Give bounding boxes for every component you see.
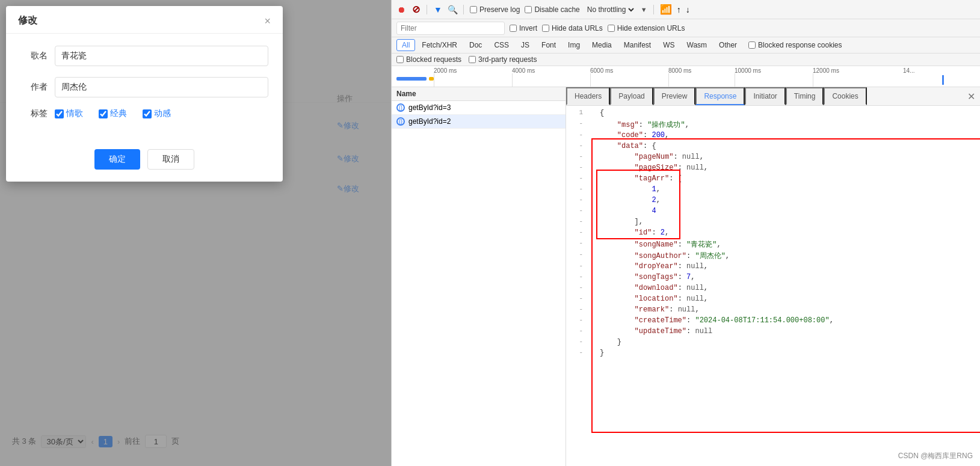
song-name-label: 歌名 — [20, 51, 48, 61]
filter-checkboxes: Blocked requests 3rd-party requests — [392, 54, 980, 66]
response-line-songname: - "songName": "青花瓷", — [566, 239, 980, 250]
hide-data-urls-input[interactable] — [542, 25, 549, 32]
invert-input[interactable] — [510, 25, 517, 32]
response-line-songtags: - "songTags": 7, — [566, 272, 980, 283]
tags-row: 标签 情歌 经典 动感 — [20, 108, 268, 119]
blocked-requests-input[interactable] — [396, 56, 404, 63]
response-line-tagarr-2: - 2, — [566, 195, 980, 206]
response-line-tagarr-4: - 4 — [566, 206, 980, 217]
third-party-checkbox[interactable]: 3rd-party requests — [469, 55, 537, 64]
response-line-tagarr-open: - "tagArr": [ — [566, 174, 980, 185]
tab-doc[interactable]: Doc — [464, 39, 487, 51]
hide-data-urls-checkbox[interactable]: Hide data URLs — [542, 24, 603, 32]
response-line-pagesize: - "pageSize": null, — [566, 163, 980, 174]
hide-ext-urls-checkbox[interactable]: Hide extension URLs — [608, 24, 685, 32]
filter-bar: Invert Hide data URLs Hide extension URL… — [392, 19, 980, 37]
author-label: 作者 — [20, 82, 48, 93]
invert-checkbox[interactable]: Invert — [510, 24, 537, 32]
tag-label-3: 动感 — [154, 108, 171, 119]
disable-cache-checkbox[interactable]: Disable cache — [525, 5, 579, 14]
author-input[interactable] — [55, 77, 268, 97]
watermark: CSDN @梅西库里RNG — [898, 451, 973, 461]
timeline-label-12000: 12000 ms — [813, 67, 839, 74]
dialog-close-button[interactable]: × — [264, 16, 271, 26]
dialog-title: 修改 — [18, 14, 37, 27]
tab-all[interactable]: All — [396, 39, 415, 51]
detail-close-button[interactable]: ✕ — [963, 88, 980, 105]
tab-headers[interactable]: Headers — [566, 87, 610, 105]
tab-wasm[interactable]: Wasm — [682, 39, 713, 51]
tab-payload[interactable]: Payload — [610, 87, 653, 105]
search-icon[interactable]: 🔍 — [448, 5, 457, 14]
edit-dialog: 修改 × 歌名 作者 标签 情歌 经典 — [6, 6, 283, 182]
response-line-tagarr-close: - ], — [566, 217, 980, 228]
tag-checkbox-3[interactable] — [143, 109, 152, 118]
request-label-3: getById?id=3 — [408, 103, 451, 112]
hide-ext-urls-input[interactable] — [608, 25, 615, 32]
request-icon-2: {} — [396, 117, 405, 126]
throttle-arrow-icon: ▼ — [641, 6, 647, 13]
clear-icon[interactable]: ⊘ — [411, 5, 421, 14]
filter-icon[interactable]: ▼ — [433, 5, 443, 14]
tab-response[interactable]: Response — [695, 87, 745, 105]
tab-other[interactable]: Other — [713, 39, 742, 51]
response-line-download: - "download": null, — [566, 283, 980, 294]
wifi-icon: 📶 — [660, 4, 672, 15]
detail-panel: Headers Payload Preview Response Initiat… — [566, 87, 980, 466]
timeline-bar-2 — [429, 77, 434, 81]
tab-media[interactable]: Media — [587, 39, 617, 51]
tab-js[interactable]: JS — [516, 39, 535, 51]
response-line-tagarr-1: - 1, — [566, 185, 980, 195]
tag-label-2: 经典 — [110, 108, 127, 119]
filter-input[interactable] — [396, 22, 505, 35]
song-name-row: 歌名 — [20, 46, 268, 66]
response-line-updatetime: - "updateTime": null — [566, 327, 980, 337]
song-name-input[interactable] — [55, 46, 268, 66]
response-line-location: - "location": null, — [566, 294, 980, 305]
confirm-button[interactable]: 确定 — [94, 149, 140, 170]
request-item-2[interactable]: {} getById?id=2 — [392, 115, 566, 129]
tag-checkbox-1[interactable] — [55, 109, 64, 118]
tab-timing[interactable]: Timing — [786, 87, 824, 105]
tab-font[interactable]: Font — [536, 39, 561, 51]
response-line-createtime: - "createTime": "2024-04-08T17:11:54.000… — [566, 316, 980, 327]
stop-recording-icon[interactable]: ⏺ — [396, 5, 406, 14]
response-line-final-close: - } — [566, 348, 980, 359]
tag-item-1[interactable]: 情歌 — [55, 108, 83, 119]
tag-checkbox-2[interactable] — [99, 109, 108, 118]
tag-item-2[interactable]: 经典 — [99, 108, 127, 119]
tab-css[interactable]: CSS — [488, 39, 514, 51]
tab-manifest[interactable]: Manifest — [618, 39, 656, 51]
author-row: 作者 — [20, 77, 268, 97]
timeline-marker — [942, 75, 944, 85]
timeline-bar-1 — [396, 77, 427, 81]
blocked-cookies-checkbox[interactable]: Blocked response cookies — [748, 41, 842, 49]
tab-preview[interactable]: Preview — [653, 87, 696, 105]
cancel-button[interactable]: 取消 — [147, 149, 194, 170]
tab-fetch-xhr[interactable]: Fetch/XHR — [416, 39, 463, 51]
blocked-cookies-input[interactable] — [748, 41, 756, 49]
third-party-input[interactable] — [469, 56, 476, 63]
response-line-pagenum: - "pageNum": null, — [566, 152, 980, 163]
tag-item-3[interactable]: 动感 — [143, 108, 171, 119]
preserve-log-checkbox[interactable]: Preserve log — [470, 5, 520, 14]
devtools-panel: ⏺ ⊘ ▼ 🔍 Preserve log Disable cache No th… — [391, 0, 980, 466]
response-content: 1 { - "msg": "操作成功", - — [566, 106, 980, 466]
response-line-1: 1 { — [566, 108, 980, 119]
blocked-requests-checkbox[interactable]: Blocked requests — [396, 55, 461, 64]
throttle-select[interactable]: No throttling — [585, 5, 636, 14]
request-item-3[interactable]: {} getById?id=3 — [392, 101, 566, 115]
tags-container: 情歌 经典 动感 — [55, 108, 179, 119]
preserve-log-input[interactable] — [470, 6, 477, 13]
response-line-data-close: - } — [566, 337, 980, 348]
response-line-msg: - "msg": "操作成功", — [566, 119, 980, 130]
disable-cache-input[interactable] — [525, 6, 532, 13]
timeline-label-2000: 2000 ms — [434, 67, 457, 74]
tab-initiator[interactable]: Initiator — [745, 87, 785, 105]
tab-img[interactable]: Img — [562, 39, 585, 51]
dialog-header: 修改 × — [6, 6, 283, 34]
tab-cookies[interactable]: Cookies — [824, 87, 866, 105]
tab-ws[interactable]: WS — [658, 39, 680, 51]
dialog-footer: 确定 取消 — [6, 143, 283, 182]
response-line-data-open: - "data": { — [566, 141, 980, 152]
